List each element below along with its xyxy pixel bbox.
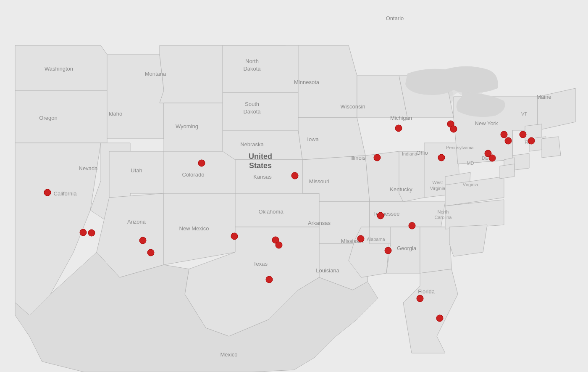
state-utah: [109, 151, 164, 198]
datapoint-20[interactable]: [438, 154, 445, 161]
state-georgia: [420, 227, 452, 273]
label-md: MD: [467, 161, 474, 166]
datapoint-15[interactable]: [385, 247, 391, 254]
datapoint-13[interactable]: [374, 154, 381, 161]
label-united-states2: States: [249, 161, 272, 170]
state-indiana: [399, 151, 424, 202]
datapoint-2[interactable]: [80, 229, 87, 236]
datapoint-10[interactable]: [266, 276, 273, 283]
state-idaho: [107, 55, 164, 139]
datapoint-6[interactable]: [198, 160, 205, 166]
datapoint-27[interactable]: [520, 131, 526, 138]
datapoint-11[interactable]: [291, 172, 298, 179]
datapoint-4[interactable]: [139, 237, 146, 244]
datapoint-25[interactable]: [501, 131, 507, 138]
state-massachusetts: [542, 137, 561, 158]
datapoint-9[interactable]: [276, 242, 282, 248]
label-united-states: United: [249, 152, 272, 161]
datapoint-16[interactable]: [395, 125, 402, 132]
state-maryland: [500, 164, 514, 179]
datapoint-12[interactable]: [357, 235, 364, 242]
state-new-mexico: [164, 193, 235, 265]
datapoint-1[interactable]: [44, 189, 51, 196]
state-south-carolina: [449, 225, 487, 256]
datapoint-18[interactable]: [417, 295, 423, 302]
datapoint-28[interactable]: [528, 137, 535, 144]
label-nc2: Carolina: [435, 215, 452, 220]
state-illinois: [365, 151, 403, 202]
label-wv2: Virginia: [430, 186, 446, 191]
datapoint-5[interactable]: [147, 249, 154, 256]
datapoint-17[interactable]: [409, 222, 415, 229]
datapoint-3[interactable]: [88, 230, 95, 236]
state-new-jersey: [512, 153, 529, 170]
label-nc: North: [438, 209, 449, 214]
datapoint-19[interactable]: [436, 315, 443, 322]
datapoint-14[interactable]: [377, 212, 384, 219]
state-wisconsin: [357, 76, 407, 118]
label-indiana: Indiana: [402, 151, 417, 156]
state-south-dakota: [223, 92, 298, 130]
state-north-dakota: [223, 45, 298, 92]
map-container: Washington Oregon California Nevada Idah…: [0, 0, 588, 372]
state-washington: [15, 45, 107, 90]
state-colorado: [164, 151, 235, 193]
state-oklahoma: [235, 193, 319, 227]
state-minnesota: [298, 45, 357, 118]
label-virginia: Virginia: [463, 182, 478, 187]
datapoint-24[interactable]: [489, 155, 496, 161]
label-pennsylvania: Pennsylvania: [446, 145, 474, 150]
datapoint-7[interactable]: [231, 233, 238, 240]
state-oregon: [15, 90, 107, 143]
label-alabama: Alabama: [367, 237, 385, 242]
datapoint-26[interactable]: [505, 137, 512, 144]
label-vt: VT: [521, 111, 527, 116]
state-iowa: [298, 118, 365, 160]
datapoint-22[interactable]: [450, 126, 457, 132]
label-wv: West: [433, 180, 443, 185]
